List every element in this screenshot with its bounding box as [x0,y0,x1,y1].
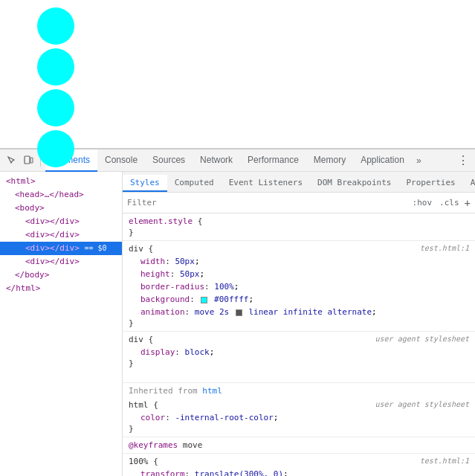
html-line-body-close[interactable]: </body> [0,268,122,282]
prop-border-radius[interactable]: border-radius: 100%; [129,280,469,293]
div-useragent-origin: user agent stylesheet [375,335,469,343]
keyframes-origin: test.html:1 [420,457,469,465]
styles-tab-styles[interactable]: Styles [123,175,167,192]
keyframes-100-block: test.html:1 100% { transform: translate(… [123,454,475,476]
styles-tab-dom-breakpoints[interactable]: DOM Breakpoints [310,175,398,192]
svg-rect-1 [30,158,33,163]
styles-tab-properties[interactable]: Properties [398,175,462,192]
div-useragent-close: } [129,358,469,368]
devtools-main: <html> <head>…</head> <body> <div></div>… [0,172,475,476]
filter-hov-button[interactable]: :hov [410,197,435,208]
prop-animation[interactable]: animation: move 2s linear infinite alter… [129,306,469,318]
element-style-close: } [129,228,469,237]
styles-tabs: Styles Computed Event Listeners DOM Brea… [123,172,475,193]
html-rule-block: user agent stylesheet html { color: -int… [123,397,475,437]
tab-memory[interactable]: Memory [306,149,353,172]
styles-tab-accessibility[interactable]: Accessibility [463,175,475,192]
keyframes-title: @keyframes move [129,440,469,450]
prop-height[interactable]: height: 50px; [129,268,469,280]
styles-tab-computed[interactable]: Computed [167,175,222,192]
tab-sources[interactable]: Sources [145,149,193,172]
circle-container [37,7,74,167]
prop-transform[interactable]: transform: translate(300%, 0); [129,468,469,476]
filter-bar: :hov .cls + [123,193,475,213]
prop-width[interactable]: width: 50px; [129,255,469,268]
circle-2 [37,48,74,86]
main-tab-bar: Elements Console Sources Network Perform… [45,149,454,172]
div-rule-block: test.html:1 div { width: 50px; height: 5… [123,241,475,332]
prop-color[interactable]: color: -internal-root-color; [129,411,469,424]
html-line-div-selected[interactable]: <div></div> == $0 [0,242,122,255]
html-line-html-open[interactable]: <html> [0,175,122,188]
styles-tab-event-listeners[interactable]: Event Listeners [222,175,310,192]
cursor-area: ▶ [129,370,469,379]
tab-network[interactable]: Network [193,149,240,172]
div-rule-close: } [129,318,469,328]
filter-cls-button[interactable]: .cls [437,197,462,208]
element-style-block: element.style { } [123,213,475,241]
styles-content: element.style { } test.html:1 div { widt… [123,213,475,476]
html-line-head[interactable]: <head>…</head> [0,188,122,202]
prop-background[interactable]: background: #00ffff; [129,293,469,306]
inherited-from-tag[interactable]: html [202,386,222,396]
filter-add-button[interactable]: + [465,197,471,209]
circle-3 [37,89,74,126]
html-line-div-4[interactable]: <div></div> [0,255,122,268]
html-line-html-close[interactable]: </html> [0,282,122,295]
div-useragent-block: user agent stylesheet div { display: blo… [123,332,475,383]
inherited-from-label: Inherited from html [123,383,475,397]
tab-performance[interactable]: Performance [240,149,306,172]
filter-buttons: :hov .cls + [410,197,471,209]
device-icon[interactable] [21,153,36,168]
animation-swatch[interactable] [236,309,242,316]
filter-input[interactable] [127,198,410,208]
html-line-div-1[interactable]: <div></div> [0,215,122,228]
preview-area [0,0,475,149]
devtools-panel: Elements Console Sources Network Perform… [0,149,475,476]
prop-display[interactable]: display: block; [129,346,469,358]
circle-4 [37,130,74,167]
html-line-body-open[interactable]: <body> [0,202,122,215]
html-useragent-origin: user agent stylesheet [375,400,469,408]
tab-console[interactable]: Console [97,149,145,172]
element-style-selector[interactable]: element.style { [129,216,469,226]
svg-rect-0 [25,156,30,164]
keyframes-100-selector[interactable]: 100% { [129,457,469,466]
keyframes-block: @keyframes move [123,437,475,454]
tab-application[interactable]: Application [353,149,412,172]
html-line-div-2[interactable]: <div></div> [0,228,122,242]
circle-1 [37,7,74,45]
html-rule-close: } [129,424,469,434]
devtools-menu-button[interactable]: ⋮ [456,153,471,168]
inspect-icon[interactable] [4,153,19,168]
div-rule-origin[interactable]: test.html:1 [420,244,469,252]
div-rule-selector[interactable]: div { [129,244,469,254]
styles-panel: Styles Computed Event Listeners DOM Brea… [123,172,475,476]
background-color-swatch[interactable] [201,297,207,303]
elements-panel: <html> <head>…</head> <body> <div></div>… [0,172,123,476]
more-tabs-button[interactable]: » [412,149,426,172]
